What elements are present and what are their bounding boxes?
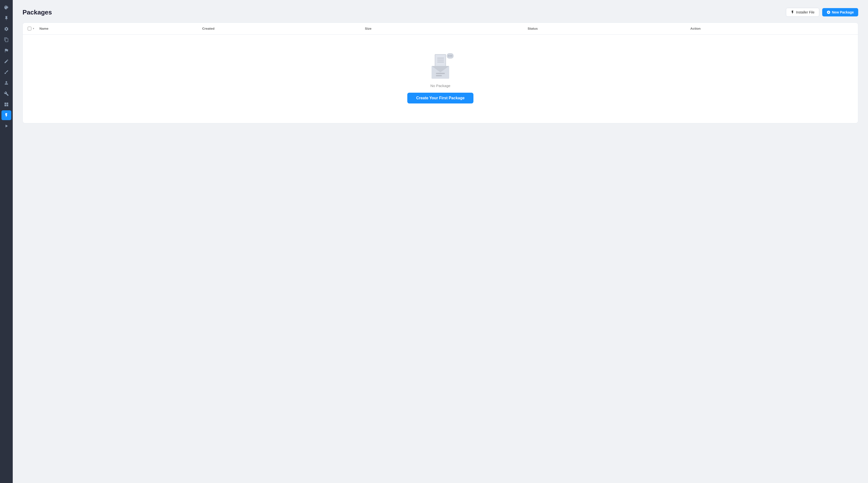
sidebar-item-gear-badge[interactable] — [1, 24, 11, 34]
pin-icon — [4, 16, 9, 21]
copy-icon — [4, 37, 9, 42]
no-package-text: No Package — [430, 84, 451, 88]
wrench-icon — [4, 91, 9, 96]
create-first-package-button[interactable]: Create Your First Package — [407, 93, 473, 104]
sidebar-item-brush[interactable] — [1, 67, 11, 77]
installer-file-label: Installer File — [796, 10, 814, 14]
column-size: Size — [365, 27, 528, 30]
packages-table: ▾ Name Created Size Status Action — [23, 23, 858, 123]
play-icon — [4, 123, 9, 129]
main-content: Packages Installer File New Package ▾ — [13, 0, 868, 483]
user-icon — [4, 80, 9, 85]
column-name: Name — [39, 27, 202, 30]
sidebar-item-wrench[interactable] — [1, 89, 11, 98]
select-all-cell: ▾ — [28, 27, 39, 30]
new-package-button[interactable]: New Package — [822, 8, 859, 17]
plus-circle-icon — [827, 10, 831, 14]
pencil-icon — [4, 59, 9, 64]
installer-file-button[interactable]: Installer File — [786, 8, 819, 17]
sidebar-item-copy[interactable] — [1, 35, 11, 45]
brush-icon — [4, 69, 9, 75]
column-status: Status — [528, 27, 690, 30]
flag-icon — [4, 48, 9, 53]
grid-icon — [4, 102, 9, 107]
column-action: Action — [690, 27, 853, 30]
palette-icon — [4, 5, 9, 10]
column-created: Created — [202, 27, 365, 30]
bolt-icon — [4, 113, 9, 118]
empty-doc-icon — [435, 54, 446, 67]
empty-bubble-icon — [447, 53, 454, 59]
sidebar-item-pencil[interactable] — [1, 56, 11, 66]
page-title: Packages — [23, 8, 52, 16]
sidebar-item-play[interactable] — [1, 121, 11, 131]
empty-state: No Package Create Your First Package — [23, 34, 858, 123]
content-area: Packages Installer File New Package ▾ — [13, 0, 868, 483]
sidebar-item-user[interactable] — [1, 78, 11, 88]
sidebar-item-bolt[interactable] — [1, 110, 11, 120]
page-header: Packages Installer File New Package — [23, 8, 858, 17]
sidebar-item-palette[interactable] — [1, 2, 11, 12]
empty-envelope-icon — [432, 66, 449, 79]
empty-illustration — [428, 54, 453, 79]
sidebar-item-pin[interactable] — [1, 13, 11, 23]
select-all-checkbox[interactable] — [28, 27, 31, 30]
select-chevron-icon[interactable]: ▾ — [33, 27, 34, 30]
sidebar-item-flag[interactable] — [1, 46, 11, 55]
header-actions: Installer File New Package — [786, 8, 858, 17]
table-header-row: ▾ Name Created Size Status Action — [23, 23, 858, 34]
new-package-label: New Package — [832, 10, 854, 14]
sidebar-item-grid[interactable] — [1, 100, 11, 109]
bolt-small-icon — [790, 10, 795, 14]
sidebar — [0, 0, 13, 483]
gear-badge-icon — [4, 27, 9, 31]
